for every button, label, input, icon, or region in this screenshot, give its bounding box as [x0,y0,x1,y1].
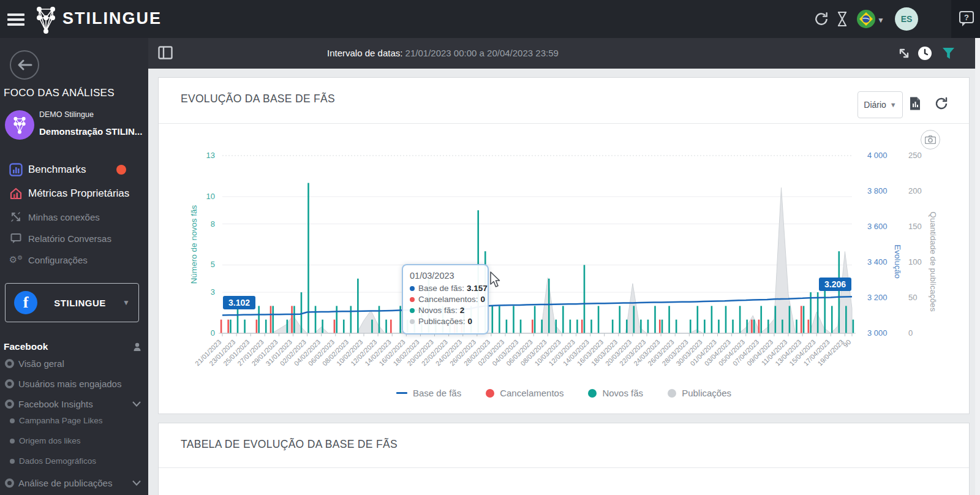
facebook-section-title: Facebook [4,341,132,352]
svg-text:20/03/2023: 20/03/2023 [604,338,633,367]
facebook-section-header: Facebook [4,341,145,352]
svg-text:Número de novos fãs: Número de novos fãs [189,205,198,284]
help-icon[interactable]: ? [959,10,974,30]
dot-icon [410,308,415,313]
person-icon[interactable] [132,342,142,352]
sidebar-item-metricas[interactable]: Métricas Proprietárias [0,184,148,203]
svg-text:24/03/2023: 24/03/2023 [632,338,661,367]
svg-text:27/01/2023: 27/01/2023 [236,338,265,367]
period-selector-button[interactable]: Diário ▼ [858,91,903,118]
notification-badge [116,165,126,175]
workspace-title: Demonstração STILIN... [39,126,142,137]
svg-text:23/01/2023: 23/01/2023 [208,338,236,367]
divider [159,467,969,468]
sidebar-item-label: Configurações [28,255,88,265]
series-end-label: 3.206 [819,278,851,291]
dot-icon [410,286,415,291]
svg-text:31/01/2023: 31/01/2023 [264,338,293,367]
app-root: STILINGUE ▼ ES ? [0,0,980,495]
dot-bullet-icon [10,418,15,423]
date-range-bar: Intervalo de datas: 21/01/2023 00:00 a 2… [148,38,980,69]
svg-text:8: 8 [211,219,215,229]
svg-text:50: 50 [908,293,917,302]
svg-text:19/04/2023: 19/04/2023 [816,338,845,367]
date-range[interactable]: Intervalo de datas: 21/01/2023 00:00 a 2… [327,48,559,58]
svg-text:08/02/2023: 08/02/2023 [321,338,350,367]
hourglass-icon[interactable] [835,10,849,30]
card-title: EVOLUÇÃO DA BASE DE FÃS [181,93,335,105]
fans-evolution-chart: 0358101321/01/202323/01/202325/01/202327… [159,78,970,415]
legend-item-novos-fas[interactable]: Novos fãs [588,388,643,398]
filter-icon[interactable] [942,47,955,62]
hamburger-menu-icon[interactable] [7,11,27,27]
chevron-down-icon [132,480,141,486]
svg-text:02/03/2023: 02/03/2023 [477,338,505,367]
svg-text:09/04/2023: 09/04/2023 [745,338,774,367]
svg-text:10/03/2023: 10/03/2023 [533,338,562,367]
svg-text:3 600: 3 600 [867,222,888,231]
tooltip-date: 01/03/2023 [410,271,481,281]
svg-text:3 000: 3 000 [867,328,888,338]
svg-text:3: 3 [211,287,215,297]
home-chart-icon [9,187,23,200]
svg-text:?: ? [964,13,969,22]
legend-item-base-de-fas[interactable]: Base de fãs [396,388,461,398]
workspace-avatar[interactable] [5,110,34,140]
legend-item-publicacoes[interactable]: Publicações [668,388,731,398]
svg-text:07/04/2023: 07/04/2023 [731,338,760,367]
chevron-down-icon [132,401,141,407]
ring-bullet-icon [5,399,14,409]
sidebar-item-facebook-insights[interactable]: Facebook Insights [5,399,145,409]
user-avatar[interactable]: ES [895,7,918,31]
series-start-label: 3.102 [223,296,255,309]
svg-text:Quantidade de publicações: Quantidade de publicações [929,211,938,312]
legend-dot-swatch [668,389,676,398]
arrow-left-icon [17,59,32,71]
svg-text:12/03/2023: 12/03/2023 [548,338,576,367]
sidebar-item-analise-de-publicacoes[interactable]: Análise de publicações [5,478,145,488]
sidebar-subitem-campanha-page-likes[interactable]: Campanha Page Likes [5,416,145,425]
svg-text:13/04/2023: 13/04/2023 [774,338,802,367]
sidebar-item-usuarios-mais-engajados[interactable]: Usuários mais engajados [5,379,145,389]
svg-text:3 800: 3 800 [867,186,888,195]
channel-selector-button[interactable]: f STILINGUE ▼ [5,283,139,322]
fans-table-card: TABELA DE EVOLUÇÃO DA BASE DE FÃS [158,423,970,495]
svg-text:28/03/2023: 28/03/2023 [660,338,689,367]
sidebar-item-configuracoes[interactable]: ⚙⚙ Configurações [0,251,148,269]
language-flag-brazil[interactable] [856,9,876,31]
svg-text:24/02/2023: 24/02/2023 [434,338,463,367]
svg-text:250: 250 [908,151,922,160]
sidebar-item-label: Relatório Conversas [28,233,111,244]
sidebar-item-relatorio-conversas[interactable]: Relatório Conversas [0,229,148,248]
legend-dot-swatch [486,389,494,398]
svg-text:03/04/2023: 03/04/2023 [703,338,732,367]
sidebar-subitem-origem-dos-likes[interactable]: Origem dos likes [5,436,145,445]
sidebar-item-visao-geral[interactable]: Visão geral [5,358,145,369]
chat-icon [9,233,23,244]
legend-dot-swatch [588,389,597,398]
svg-text:05/04/2023: 05/04/2023 [717,338,746,367]
svg-text:13: 13 [206,151,215,160]
sidebar-item-minhas-conexoes[interactable]: Minhas conexões [0,208,148,226]
clock-icon[interactable] [918,46,932,63]
sidebar-subitem-dados-demograficos[interactable]: Dados Demográficos [5,456,145,466]
tooltip-row-cancelamentos: Cancelamentos:0 [410,295,481,304]
caret-down-icon: ▼ [123,298,130,307]
expand-icon[interactable] [897,46,911,63]
panel-layout-icon[interactable] [158,46,173,62]
back-button[interactable] [10,50,39,80]
dot-bullet-icon [10,439,15,444]
ring-bullet-icon [5,478,14,488]
stilingue-logo-icon [32,4,60,37]
svg-text:3 400: 3 400 [867,257,888,266]
refresh-chart-icon[interactable] [934,96,949,113]
sidebar-item-benchmarks[interactable]: Benchmarks [0,161,148,179]
refresh-icon[interactable] [813,11,829,29]
legend-item-cancelamentos[interactable]: Cancelamentos [486,388,564,398]
sidebar-item-label: Métricas Proprietárias [28,187,129,200]
chart-snapshot-button[interactable] [921,130,940,149]
fans-evolution-card: EVOLUÇÃO DA BASE DE FÃS Diário ▼ [158,77,970,414]
export-report-icon[interactable] [908,96,922,113]
scrollbar[interactable] [975,38,980,495]
chevron-down-icon[interactable]: ▼ [877,16,884,25]
